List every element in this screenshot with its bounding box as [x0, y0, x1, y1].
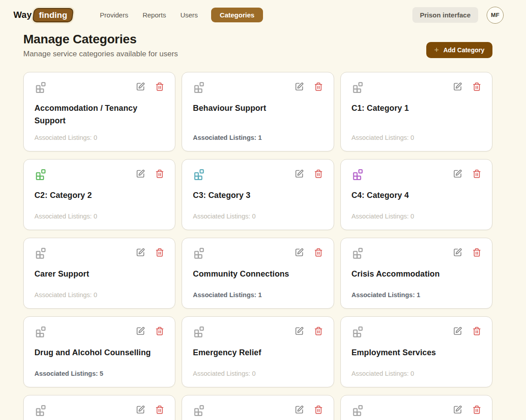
delete-category-button[interactable]	[155, 248, 164, 257]
category-icon	[352, 168, 364, 181]
nav-item-categories[interactable]: Categories	[211, 8, 263, 22]
delete-category-button[interactable]	[314, 327, 323, 336]
category-icon	[34, 168, 47, 181]
edit-pencil-icon	[136, 327, 145, 336]
delete-category-button[interactable]	[155, 327, 164, 336]
category-icon	[352, 247, 364, 259]
delete-category-button[interactable]	[155, 405, 164, 414]
associated-listings: Associated Listings: 0	[352, 206, 481, 220]
app-logo[interactable]: Way finding	[13, 8, 73, 22]
plus-icon: +	[434, 47, 439, 53]
trash-icon	[314, 248, 323, 257]
edit-category-button[interactable]	[295, 405, 304, 414]
edit-category-button[interactable]	[453, 248, 462, 257]
associated-listings: Associated Listings: 5	[34, 363, 164, 377]
trash-icon	[155, 82, 164, 91]
edit-category-button[interactable]	[136, 82, 145, 91]
edit-category-button[interactable]	[453, 405, 462, 414]
associated-listings: Associated Listings: 1	[352, 284, 481, 298]
top-nav-bar: Way finding ProvidersReportsUsersCategor…	[0, 0, 526, 28]
category-card: C3: Category 3 Associated Listings: 0	[182, 159, 334, 230]
category-icon	[193, 81, 205, 93]
category-title: Emergency Relief	[193, 346, 322, 359]
add-category-label: Add Category	[443, 46, 484, 54]
edit-category-button[interactable]	[136, 327, 145, 336]
nav-item-reports[interactable]: Reports	[142, 8, 167, 21]
category-title: Carer Support	[34, 268, 164, 280]
edit-category-button[interactable]	[453, 327, 462, 336]
edit-pencil-icon	[453, 405, 462, 414]
delete-category-button[interactable]	[472, 248, 481, 257]
category-card: C4: Category 4 Associated Listings: 0	[340, 159, 492, 230]
prison-interface-button[interactable]: Prison interface	[412, 7, 478, 23]
trash-icon	[472, 405, 481, 414]
category-card	[182, 395, 334, 420]
page-subtitle: Manage service categories available for …	[23, 50, 178, 59]
edit-category-button[interactable]	[136, 405, 145, 414]
category-icon	[352, 326, 364, 338]
logo-text-way: Way	[13, 10, 32, 20]
trash-icon	[472, 327, 481, 336]
delete-category-button[interactable]	[314, 169, 323, 178]
category-title: Behaviour Support	[193, 102, 322, 114]
delete-category-button[interactable]	[314, 82, 323, 91]
trash-icon	[155, 169, 164, 178]
add-category-button[interactable]: + Add Category	[426, 42, 492, 58]
main-nav: ProvidersReportsUsersCategories	[99, 8, 263, 22]
associated-listings: Associated Listings: 0	[193, 363, 322, 377]
edit-category-button[interactable]	[136, 248, 145, 257]
category-card	[23, 395, 175, 420]
category-icon	[193, 404, 205, 416]
category-icon	[34, 81, 47, 93]
edit-category-button[interactable]	[295, 169, 304, 178]
edit-category-button[interactable]	[295, 82, 304, 91]
edit-category-button[interactable]	[136, 169, 145, 178]
category-title: Drug and Alcohol Counselling	[34, 346, 164, 359]
category-card: Accommodation / Tenancy Support Associat…	[23, 72, 175, 151]
edit-category-button[interactable]	[295, 327, 304, 336]
delete-category-button[interactable]	[155, 169, 164, 178]
edit-pencil-icon	[453, 327, 462, 336]
header-right-group: Prison interface MF	[412, 7, 504, 24]
trash-icon	[314, 169, 323, 178]
category-card	[340, 395, 492, 420]
associated-listings: Associated Listings: 0	[352, 363, 481, 377]
delete-category-button[interactable]	[472, 327, 481, 336]
associated-listings: Associated Listings: 1	[193, 284, 322, 298]
trash-icon	[314, 327, 323, 336]
delete-category-button[interactable]	[472, 405, 481, 414]
page-head: Manage Categories Manage service categor…	[23, 32, 492, 59]
delete-category-button[interactable]	[314, 248, 323, 257]
category-card: C2: Category 2 Associated Listings: 0	[23, 159, 175, 230]
trash-icon	[472, 82, 481, 91]
trash-icon	[314, 82, 323, 91]
edit-pencil-icon	[453, 82, 462, 91]
edit-category-button[interactable]	[453, 169, 462, 178]
edit-pencil-icon	[453, 248, 462, 257]
trash-icon	[155, 327, 164, 336]
edit-pencil-icon	[295, 82, 304, 91]
delete-category-button[interactable]	[155, 82, 164, 91]
category-card: Emergency Relief Associated Listings: 0	[182, 316, 334, 387]
associated-listings: Associated Listings: 0	[352, 127, 481, 141]
delete-category-button[interactable]	[314, 405, 323, 414]
category-card: Community Connections Associated Listing…	[182, 238, 334, 309]
edit-pencil-icon	[295, 405, 304, 414]
nav-item-providers[interactable]: Providers	[99, 8, 129, 21]
edit-pencil-icon	[136, 82, 145, 91]
nav-item-users[interactable]: Users	[179, 8, 199, 21]
category-icon	[193, 247, 205, 259]
edit-category-button[interactable]	[295, 248, 304, 257]
category-icon	[34, 247, 47, 259]
delete-category-button[interactable]	[472, 82, 481, 91]
page-title: Manage Categories	[23, 32, 178, 46]
edit-pencil-icon	[295, 169, 304, 178]
category-title: Community Connections	[193, 268, 322, 280]
user-avatar[interactable]: MF	[487, 7, 504, 24]
edit-pencil-icon	[136, 248, 145, 257]
edit-pencil-icon	[295, 327, 304, 336]
delete-category-button[interactable]	[472, 169, 481, 178]
category-card: Behaviour Support Associated Listings: 1	[182, 72, 334, 151]
category-icon	[193, 326, 205, 338]
edit-category-button[interactable]	[453, 82, 462, 91]
